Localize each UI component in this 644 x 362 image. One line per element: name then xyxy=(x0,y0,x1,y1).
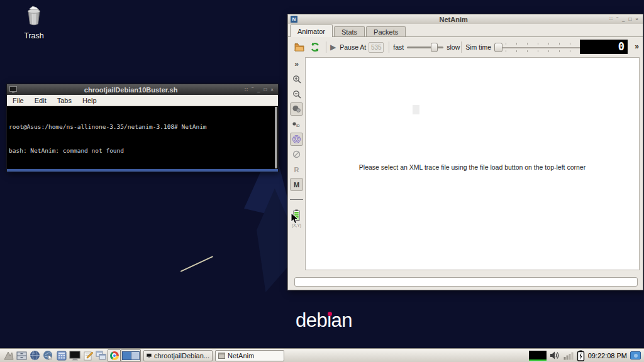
app-menu-button[interactable] xyxy=(2,349,15,362)
network-signal-icon[interactable] xyxy=(564,351,574,360)
workspace-1[interactable] xyxy=(123,352,131,359)
tab-stats[interactable]: Stats xyxy=(334,26,365,37)
sim-time-slider-handle[interactable] xyxy=(494,43,502,52)
wireless-circles-button[interactable] xyxy=(290,133,303,146)
cpu-monitor-applet[interactable] xyxy=(529,351,547,361)
battery-charging-icon[interactable] xyxy=(577,350,585,361)
reload-button[interactable] xyxy=(309,41,321,53)
speed-slider[interactable] xyxy=(407,43,443,52)
window-switcher-launcher[interactable] xyxy=(94,349,108,362)
maximize-button[interactable]: □ xyxy=(264,87,267,92)
app-window-icon xyxy=(218,353,225,359)
system-tray: 09:22:08 PM xyxy=(529,350,642,361)
netanim-window: N NetAnim ∷ ‾ _ □ × Animator Stats Packe… xyxy=(287,14,643,290)
zoom-out-icon xyxy=(292,90,301,99)
calculator-icon xyxy=(57,351,67,361)
menu-tabs[interactable]: Tabs xyxy=(57,97,72,104)
play-button[interactable]: ▶ xyxy=(330,43,336,52)
svg-text:ID: ID xyxy=(296,123,300,127)
menu-file[interactable]: File xyxy=(13,97,24,104)
browser-globe-icon xyxy=(43,350,53,361)
task-label: NetAnim xyxy=(228,352,254,359)
terminal-bottom-border xyxy=(7,169,278,172)
shade-button[interactable]: ‾ xyxy=(616,17,618,22)
fast-label: fast xyxy=(393,43,404,51)
clock[interactable]: 09:22:08 PM xyxy=(588,352,627,359)
slow-label: slow xyxy=(447,43,460,51)
expand-toolbar-button[interactable]: » xyxy=(290,57,303,70)
animator-pane: » xyxy=(288,57,643,275)
desktop: Trash debian chrootjailDebian10Buster.sh… xyxy=(0,0,644,362)
node-id-icon: ID xyxy=(292,121,301,128)
two-windows-icon xyxy=(96,351,106,360)
debian-red-dot xyxy=(328,312,332,316)
terminal-scrollbar[interactable] xyxy=(275,107,277,168)
zoom-in-button[interactable] xyxy=(290,72,303,85)
speed-slider-handle[interactable] xyxy=(431,43,438,52)
parsing-progress-bar xyxy=(294,277,638,287)
close-button[interactable]: × xyxy=(635,17,638,22)
terminal-window-title: chrootjailDebian10Buster.sh xyxy=(17,86,245,94)
toolbar-separator xyxy=(389,41,389,53)
text-editor-launcher[interactable] xyxy=(81,349,94,362)
chrome-launcher[interactable] xyxy=(108,349,121,362)
zoom-in-icon xyxy=(292,75,301,84)
close-button[interactable]: × xyxy=(270,87,274,92)
animator-side-toolbar: » xyxy=(288,57,305,228)
show-meta-button[interactable]: M xyxy=(290,178,303,191)
block-packets-button[interactable] xyxy=(290,148,303,161)
chrome-icon xyxy=(110,351,119,360)
mouse-cursor xyxy=(291,212,299,224)
globe-launcher[interactable] xyxy=(28,349,42,362)
terminal-menubar: File Edit Tabs Help xyxy=(7,95,278,106)
task-button-terminal[interactable]: chrootjailDebian... xyxy=(143,350,213,361)
speed-slider-groove xyxy=(407,47,443,48)
tab-animator[interactable]: Animator xyxy=(290,25,333,37)
debian-wallpaper-logo: debian xyxy=(296,309,352,332)
node-size-button[interactable] xyxy=(290,102,303,116)
terminal-launcher[interactable] xyxy=(68,349,81,362)
workspace-pager[interactable] xyxy=(121,349,141,362)
shade-button[interactable]: ‾ xyxy=(252,87,253,92)
trash-can-icon xyxy=(23,5,45,28)
web-browser-launcher[interactable] xyxy=(42,349,55,362)
screenshot-tool-icon[interactable] xyxy=(630,351,641,359)
workspace-2[interactable] xyxy=(131,352,140,359)
zoom-out-button[interactable] xyxy=(290,87,303,101)
file-open-button[interactable] xyxy=(293,41,306,53)
show-routes-button[interactable]: R xyxy=(290,163,303,176)
animator-toolbar: ▶ Pause At 535 fast slow Sim time 0 » xyxy=(288,37,643,57)
trash-label: Trash xyxy=(11,31,57,40)
menu-help[interactable]: Help xyxy=(82,97,97,104)
volume-icon[interactable] xyxy=(550,351,560,360)
folder-icon xyxy=(294,43,304,52)
terminal-window-icon xyxy=(9,86,17,93)
chevron-right-icon: » xyxy=(294,60,299,69)
show-node-id-button[interactable]: ID xyxy=(290,118,303,131)
tab-packets[interactable]: Packets xyxy=(366,26,406,37)
menu-edit[interactable]: Edit xyxy=(35,97,47,104)
terminal-titlebar[interactable]: chrootjailDebian10Buster.sh ∷ ‾ _ □ × xyxy=(7,84,278,95)
packet-timeline-button[interactable] xyxy=(290,193,303,206)
minimize-button[interactable]: _ xyxy=(257,87,260,92)
window-menu-button[interactable]: ∷ xyxy=(245,87,248,92)
task-button-netanim[interactable]: NetAnim xyxy=(215,350,284,361)
netanim-app-icon: N xyxy=(291,16,297,23)
calculator-launcher[interactable] xyxy=(55,349,68,362)
file-manager-launcher[interactable] xyxy=(15,349,28,362)
netanim-titlebar[interactable]: N NetAnim ∷ ‾ _ □ × xyxy=(288,14,643,24)
canvas-artifact xyxy=(413,105,419,114)
terminal-line: root@Asus:/home/ns-allinone-3.35/netanim… xyxy=(9,123,273,131)
window-menu-button[interactable]: ∷ xyxy=(609,17,613,22)
minimize-button[interactable]: _ xyxy=(622,17,625,22)
terminal-output[interactable]: root@Asus:/home/ns-allinone-3.35/netanim… xyxy=(7,106,278,169)
animation-canvas[interactable]: Please select an XML trace file using th… xyxy=(305,57,640,270)
maximize-button[interactable]: □ xyxy=(628,17,631,22)
trash-desktop-icon[interactable]: Trash xyxy=(11,5,57,40)
concentric-circles-icon xyxy=(292,134,301,144)
netanim-tabbar: Animator Stats Packets xyxy=(288,24,643,37)
reload-icon xyxy=(310,42,320,52)
toolbar-overflow-button[interactable]: » xyxy=(635,42,639,51)
notepad-pencil-icon xyxy=(83,351,93,361)
globe-icon xyxy=(30,350,40,361)
